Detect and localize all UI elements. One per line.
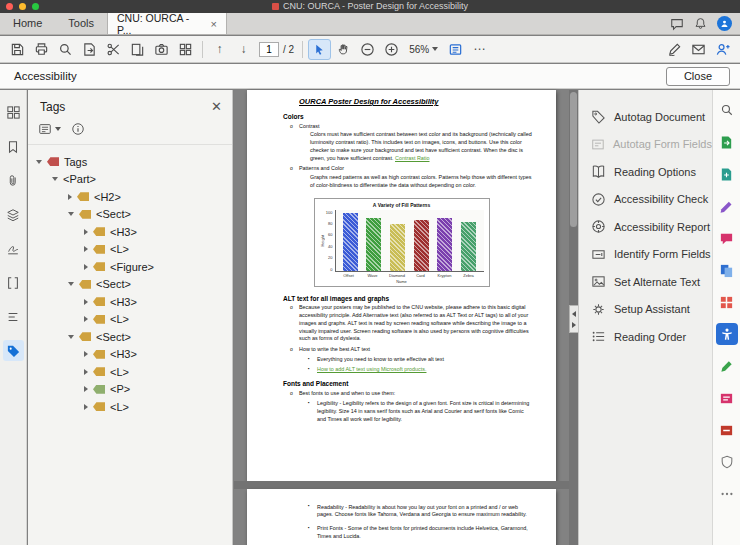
tag-row-tags-root[interactable]: Tags [28,153,232,171]
comments-icon[interactable] [670,17,684,31]
export-pdf-button[interactable] [78,39,101,60]
tag-row-part[interactable]: <Part> [28,171,232,189]
chevron-collapsed-icon[interactable] [68,194,72,200]
chevron-collapsed-icon[interactable] [84,316,88,322]
tab-tools[interactable]: Tools [55,13,107,34]
search-icon[interactable] [54,39,77,60]
order-icon[interactable] [3,306,24,327]
email-icon[interactable] [687,39,710,60]
page-display-grid-icon[interactable] [174,39,197,60]
tool-reading-order[interactable]: Reading Order [579,323,712,351]
chevron-collapsed-icon[interactable] [84,404,88,410]
tag-row-l[interactable]: <L> [28,311,232,329]
tag-row-p[interactable]: <P> [28,381,232,399]
more-tools-icon[interactable]: ⋯ [468,39,491,60]
tool-fill-sign-icon[interactable] [716,355,738,377]
tab-home[interactable]: Home [0,13,55,34]
tool-organize-pages-icon[interactable] [716,291,738,313]
tag-row-sect[interactable]: <Sect> [28,328,232,346]
tool-combine-files-icon[interactable] [716,259,738,281]
tag-row-h3[interactable]: <H3> [28,346,232,364]
contrast-ratio-link[interactable]: Contrast Ratio [395,155,429,161]
tool-setup-assistant[interactable]: Setup Assistant [579,296,712,324]
pdf-page-2[interactable]: Readability - Readability is about how y… [247,489,556,545]
tab-document[interactable]: CNU: OURCA - P... × [107,13,227,34]
tool-accessibility-icon[interactable] [716,323,738,345]
notifications-bell-icon[interactable] [694,17,707,30]
tool-label: Autotag Document [614,111,705,123]
layers-icon[interactable] [3,204,24,225]
tool-prepare-form-icon[interactable] [716,387,738,409]
tool-protect-icon[interactable] [716,451,738,473]
next-page-button[interactable]: ↓ [232,39,255,60]
snapshot-camera-icon[interactable] [150,39,173,60]
chevron-collapsed-icon[interactable] [84,229,88,235]
bookmarks-icon[interactable] [3,136,24,157]
content-icon[interactable] [3,272,24,293]
tool-reading-options[interactable]: Reading Options [579,158,712,186]
page-thumbnails-icon[interactable] [3,102,24,123]
close-accessibility-button[interactable]: Close [666,67,730,86]
organize-pages-button[interactable] [126,39,149,60]
print-button[interactable] [30,39,53,60]
tool-edit-pdf-icon[interactable] [716,195,738,217]
close-panel-icon[interactable]: ✕ [211,99,222,114]
chevron-expanded-icon[interactable] [36,160,42,164]
tool-accessibility-check[interactable]: Accessibility Check [579,186,712,214]
sign-pen-icon[interactable] [663,39,686,60]
pdf-page-1[interactable]: OURCA Poster Design for Accessibility Co… [247,90,556,481]
tag-icon [93,315,105,324]
chevron-expanded-icon[interactable] [68,282,74,286]
previous-page-button[interactable]: ↑ [208,39,231,60]
tag-row-figure[interactable]: <Figure> [28,258,232,276]
tool-accessibility-report[interactable]: Accessibility Report [579,213,712,241]
share-person-icon[interactable] [711,39,734,60]
tool-comment-icon[interactable] [716,227,738,249]
account-avatar[interactable] [717,16,732,31]
tags-panel-icon[interactable] [3,340,24,361]
page-fit-button[interactable] [444,39,467,60]
tool-redact-icon[interactable] [716,419,738,441]
attachments-paperclip-icon[interactable] [3,170,24,191]
tag-row-h2[interactable]: <H2> [28,188,232,206]
scissors-cut-icon[interactable] [102,39,125,60]
chevron-expanded-icon[interactable] [52,177,58,181]
page-number-input[interactable] [259,42,279,57]
tag-row-sect[interactable]: <Sect> [28,276,232,294]
tag-row-h3[interactable]: <H3> [28,223,232,241]
tag-row-sect[interactable]: <Sect> [28,206,232,224]
chevron-collapsed-icon[interactable] [84,369,88,375]
chevron-collapsed-icon[interactable] [84,246,88,252]
close-tab-icon[interactable]: × [211,19,217,29]
tool-identify-form-fields[interactable]: Identify Form Fields [579,241,712,269]
tool-set-alternate-text[interactable]: Set Alternate Text [579,268,712,296]
tag-row-l[interactable]: <L> [28,241,232,259]
tag-row-l[interactable]: <L> [28,363,232,381]
zoom-level-dropdown[interactable]: 56% [404,42,443,57]
chevron-expanded-icon[interactable] [68,212,74,216]
tag-row-h3[interactable]: <H3> [28,293,232,311]
chevron-collapsed-icon[interactable] [84,299,88,305]
chevron-expanded-icon[interactable] [68,335,74,339]
zoom-in-button[interactable] [380,39,403,60]
tool-more-icon[interactable] [716,483,738,505]
info-icon[interactable] [71,122,85,136]
microsoft-alt-text-link[interactable]: How to add ALT text using Microsoft prod… [317,366,426,372]
save-button[interactable] [6,39,29,60]
chevron-collapsed-icon[interactable] [84,386,88,392]
tool-autotag-document[interactable]: Autotag Document [579,103,712,131]
hand-tool-button[interactable] [332,39,355,60]
search-tools-icon[interactable] [716,99,738,121]
tags-options-menu-button[interactable] [38,122,61,136]
select-tool-button[interactable] [308,39,331,60]
tool-create-pdf-icon[interactable] [716,163,738,185]
signatures-icon[interactable] [3,238,24,259]
document-viewport[interactable]: OURCA Poster Design for Accessibility Co… [234,90,578,545]
zoom-out-button[interactable] [356,39,379,60]
chart-plot-area [335,210,484,272]
scrollbar-thumb[interactable] [570,92,577,227]
tag-row-l[interactable]: <L> [28,398,232,416]
chevron-collapsed-icon[interactable] [84,351,88,357]
tool-export-pdf-icon[interactable] [716,131,738,153]
chevron-collapsed-icon[interactable] [84,264,88,270]
